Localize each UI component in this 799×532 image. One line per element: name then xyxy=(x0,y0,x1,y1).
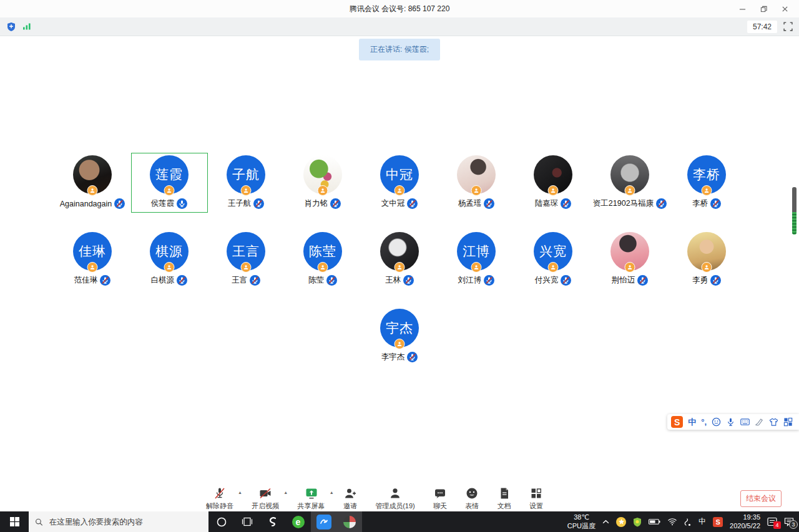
toolbar-button-members[interactable]: 管理成员(19) xyxy=(375,486,415,511)
minimize-button[interactable] xyxy=(732,0,753,17)
toolbar-button-invite[interactable]: 邀请 xyxy=(343,486,357,511)
sogou-logo[interactable]: S xyxy=(671,416,683,428)
participant-tile[interactable]: 子航 王子航 xyxy=(208,153,285,213)
mic-status-icon xyxy=(407,198,418,209)
keyboard-icon[interactable] xyxy=(740,417,750,427)
participant-tile[interactable]: 佳琳 范佳琳 xyxy=(54,230,131,289)
participant-tile[interactable]: 杨孟瑶 xyxy=(438,153,515,213)
speaking-banner-text: 正在讲话: 侯莲霞; xyxy=(370,45,429,54)
start-icon xyxy=(10,517,19,526)
host-badge-icon xyxy=(87,185,98,196)
message-center-icon[interactable]: 3 xyxy=(784,517,794,526)
toolbar-button-share-screen[interactable]: 共享屏幕 ▲ xyxy=(298,486,325,511)
host-badge-icon xyxy=(87,262,98,273)
wifi-icon[interactable] xyxy=(667,518,677,526)
end-meeting-button[interactable]: 结束会议 xyxy=(740,490,782,507)
start-button[interactable] xyxy=(0,511,29,532)
clock-time: 19:35 xyxy=(730,513,760,521)
battery-icon[interactable] xyxy=(649,518,660,525)
cortana-button[interactable] xyxy=(208,511,234,532)
participant-tile[interactable]: 兴宽 付兴宽 xyxy=(515,230,592,289)
participant-name: 刘江博 xyxy=(458,275,482,286)
participant-tile[interactable]: 李桥 李桥 xyxy=(669,153,745,213)
participant-name: 荆怡迈 xyxy=(612,275,635,286)
mic-status-icon xyxy=(250,275,260,286)
volume-indicator xyxy=(792,187,797,235)
taskbar-clock[interactable]: 19:35 2020/5/22 xyxy=(730,513,760,530)
notification-panel-icon[interactable]: 4 xyxy=(767,517,777,526)
expand-caret-icon[interactable]: ▲ xyxy=(283,490,288,495)
avatar xyxy=(73,155,112,194)
toolbar-button-mic-off[interactable]: 解除静音 ▲ xyxy=(206,486,233,511)
chevron-up-icon[interactable] xyxy=(602,520,609,524)
network-signal-icon[interactable] xyxy=(22,22,31,31)
participant-name: 杨孟瑶 xyxy=(458,198,482,209)
window-title: 腾讯会议 会议号: 865 107 220 xyxy=(350,4,450,14)
avatar: 李桥 xyxy=(687,155,726,194)
task-view-button[interactable] xyxy=(234,511,260,532)
participant-tile[interactable]: 资工21902马福康 xyxy=(592,153,669,213)
tencent-meeting-icon xyxy=(316,515,331,530)
participant-name: 陆嘉琛 xyxy=(535,198,559,209)
yellow-app-icon[interactable] xyxy=(616,517,626,527)
color-wheel-app-icon xyxy=(343,516,356,528)
speaking-banner: 正在讲话: 侯莲霞; xyxy=(359,39,440,60)
taskbar-search[interactable] xyxy=(29,511,208,532)
toolbar-button-doc[interactable]: 文档 xyxy=(498,486,511,511)
participant-row: 宇杰 李宇杰 xyxy=(0,306,799,366)
participant-row: Againandagain 莲霞 侯莲霞 子航 王子航 xyxy=(0,153,799,213)
participant-tile[interactable]: 宇杰 李宇杰 xyxy=(361,306,438,366)
participant-tile[interactable]: 陈莹 陈莹 xyxy=(285,230,361,289)
tencent-meeting-taskbar-button[interactable] xyxy=(311,511,336,532)
restore-button[interactable] xyxy=(753,0,774,17)
color-wheel-app-button[interactable] xyxy=(336,511,362,532)
mic-status-icon xyxy=(326,275,337,286)
search-input[interactable] xyxy=(48,517,202,527)
toolbar-button-chat[interactable]: 聊天 xyxy=(433,486,447,511)
participant-tile[interactable]: 荆怡迈 xyxy=(592,230,669,289)
participant-tile[interactable]: 王林 xyxy=(361,230,438,289)
avatar xyxy=(380,232,419,271)
participant-tile[interactable]: 陆嘉琛 xyxy=(515,153,592,213)
handwriting-icon[interactable] xyxy=(755,417,764,427)
members-icon xyxy=(388,486,402,500)
audio-cable-icon[interactable] xyxy=(684,518,692,526)
swirl-app-button[interactable] xyxy=(260,511,285,532)
mic-icon[interactable] xyxy=(726,417,735,427)
participant-tile[interactable]: 肖力铭 xyxy=(285,153,361,213)
meeting-topbar: 57:42 xyxy=(0,17,799,36)
sogou-tray-icon[interactable]: S xyxy=(713,517,723,527)
mic-status-icon xyxy=(561,198,571,209)
fullscreen-icon[interactable] xyxy=(783,22,793,31)
share-screen-icon xyxy=(305,486,318,500)
chinese-mode[interactable]: 中 xyxy=(688,417,696,428)
mic-status-icon xyxy=(710,275,721,286)
minimize-icon xyxy=(739,6,746,12)
participant-tile[interactable]: 李勇 xyxy=(669,230,745,289)
participant-tile[interactable]: 中冠 文中冠 xyxy=(361,153,438,213)
ime-language-indicator[interactable]: 中 xyxy=(699,516,706,527)
security-shield-icon[interactable] xyxy=(6,22,16,32)
toolbox-icon[interactable] xyxy=(783,417,793,427)
close-button[interactable] xyxy=(774,0,795,17)
participant-name: 李桥 xyxy=(692,198,708,209)
participant-tile[interactable]: 莲霞 侯莲霞 xyxy=(131,153,208,213)
avatar: 中冠 xyxy=(380,155,419,194)
shield-icon[interactable] xyxy=(633,517,642,527)
skin-icon[interactable] xyxy=(769,417,778,427)
toolbar-button-settings[interactable]: 设置 xyxy=(529,486,543,511)
participant-tile[interactable]: 棋源 白棋源 xyxy=(131,230,208,289)
participant-tile[interactable]: 王言 王言 xyxy=(208,230,285,289)
participant-tile[interactable]: 江博 刘江博 xyxy=(438,230,515,289)
punctuation-icon[interactable]: °, xyxy=(701,417,707,427)
expand-caret-icon[interactable]: ▲ xyxy=(238,490,242,495)
emoji-icon[interactable] xyxy=(712,417,721,427)
green-e-browser-button[interactable]: e xyxy=(285,511,311,532)
expand-caret-icon[interactable]: ▲ xyxy=(330,490,334,495)
toolbar-button-emoji[interactable]: 表情 xyxy=(465,486,479,511)
cpu-temp-widget[interactable]: 38℃ CPU温度 xyxy=(567,513,596,530)
task-view-icon xyxy=(242,517,253,526)
participant-tile[interactable]: Againandagain xyxy=(54,153,131,213)
toolbar-button-camera-off[interactable]: 开启视频 ▲ xyxy=(252,486,279,511)
host-badge-icon xyxy=(471,262,482,273)
